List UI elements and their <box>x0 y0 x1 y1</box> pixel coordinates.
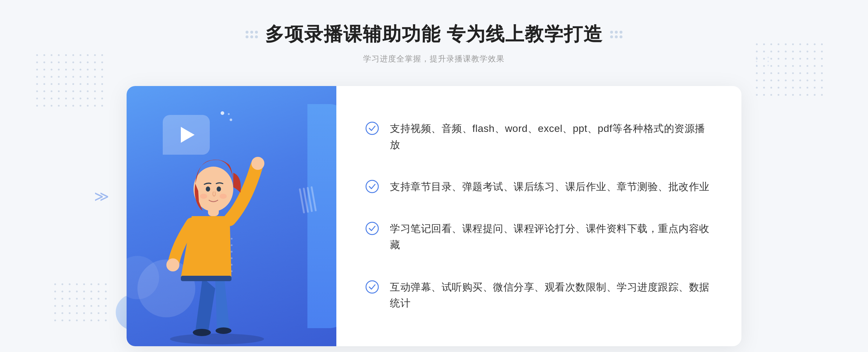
svg-point-4 <box>251 157 264 170</box>
decorator-dots-right <box>610 31 622 38</box>
content-card: 支持视频、音频、flash、word、excel、ppt、pdf等各种格式的资源… <box>127 86 741 346</box>
check-circle-icon-4 <box>365 280 379 294</box>
dot-pattern-bg-right <box>756 43 825 98</box>
decorator-dots-left <box>246 31 258 38</box>
feature-text-3: 学习笔记回看、课程提问、课程评论打分、课件资料下载，重点内容收藏 <box>390 221 712 253</box>
header-decorators: 多项录播课辅助功能 专为线上教学打造 <box>246 22 622 47</box>
check-circle-icon-2 <box>365 180 379 193</box>
svg-point-0 <box>170 334 264 344</box>
check-circle-icon-1 <box>365 121 379 135</box>
chevron-left-icon: ≫ <box>94 188 109 205</box>
chevron-right-icon: ⋮⋮ <box>751 54 774 68</box>
svg-point-3 <box>166 258 179 271</box>
svg-point-15 <box>366 281 378 293</box>
svg-point-13 <box>366 180 378 193</box>
svg-point-1 <box>193 329 211 336</box>
sparkle-dot-2 <box>230 119 232 121</box>
svg-point-2 <box>216 327 231 334</box>
check-circle-icon-3 <box>365 222 379 235</box>
features-panel: 支持视频、音频、flash、word、excel、ppt、pdf等各种格式的资源… <box>336 86 741 346</box>
svg-point-9 <box>200 194 207 199</box>
svg-rect-11 <box>181 276 231 281</box>
svg-point-12 <box>366 122 378 134</box>
feature-item-1: 支持视频、音频、flash、word、excel、ppt、pdf等各种格式的资源… <box>365 121 712 153</box>
feature-text-4: 互动弹幕、试听购买、微信分享、观看次数限制、学习进度跟踪、数据统计 <box>390 279 712 312</box>
feature-text-2: 支持章节目录、弹题考试、课后练习、课后作业、章节测验、批改作业 <box>390 179 710 195</box>
page-subtitle: 学习进度全掌握，提升录播课教学效果 <box>246 53 622 64</box>
dot-pattern-bg-left <box>36 54 105 108</box>
page-container: ≫ ⋮⋮ 多项录播课辅助功能 专为线上教学打造 学习进度全掌握，提升录播课教学效… <box>0 0 868 352</box>
svg-point-8 <box>217 186 221 192</box>
curve-panel <box>307 104 336 328</box>
feature-text-1: 支持视频、音频、flash、word、excel、ppt、pdf等各种格式的资源… <box>390 121 712 153</box>
dot-pattern-bg-bottom <box>54 283 109 323</box>
page-title: 多项录播课辅助功能 专为线上教学打造 <box>265 22 603 47</box>
sparkle-dot-3 <box>228 113 230 115</box>
feature-item-4: 互动弹幕、试听购买、微信分享、观看次数限制、学习进度跟踪、数据统计 <box>365 279 712 312</box>
feature-item-3: 学习笔记回看、课程提问、课程评论打分、课件资料下载，重点内容收藏 <box>365 221 712 253</box>
svg-point-14 <box>366 222 378 235</box>
svg-point-10 <box>220 194 227 199</box>
sparkle-dot-1 <box>221 111 224 115</box>
feature-item-2: 支持章节目录、弹题考试、课后练习、课后作业、章节测验、批改作业 <box>365 179 712 195</box>
illustration-panel <box>127 86 336 346</box>
header-section: 多项录播课辅助功能 专为线上教学打造 学习进度全掌握，提升录播课教学效果 <box>246 22 622 64</box>
person-illustration <box>145 137 307 346</box>
svg-point-7 <box>206 186 210 192</box>
